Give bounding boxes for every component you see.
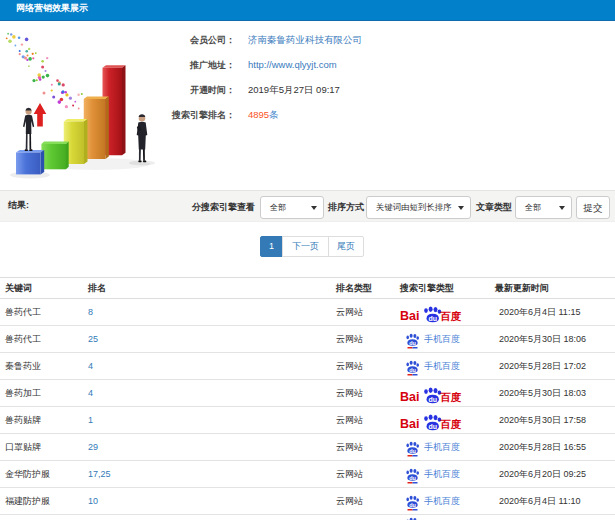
svg-text:百度: 百度 bbox=[440, 391, 462, 403]
svg-text:百度: 百度 bbox=[440, 310, 462, 322]
svg-text:Bai: Bai bbox=[400, 309, 419, 323]
svg-text:du: du bbox=[409, 367, 416, 373]
svg-text:du: du bbox=[409, 475, 416, 481]
svg-text:Bai: Bai bbox=[400, 390, 419, 404]
svg-text:du: du bbox=[409, 448, 416, 454]
svg-text:du: du bbox=[429, 395, 438, 402]
svg-text:du: du bbox=[429, 314, 438, 321]
svg-text:du: du bbox=[409, 502, 416, 508]
svg-text:du: du bbox=[409, 340, 416, 346]
svg-text:百度: 百度 bbox=[440, 418, 462, 430]
svg-text:du: du bbox=[429, 422, 438, 429]
svg-text:Bai: Bai bbox=[400, 417, 419, 431]
